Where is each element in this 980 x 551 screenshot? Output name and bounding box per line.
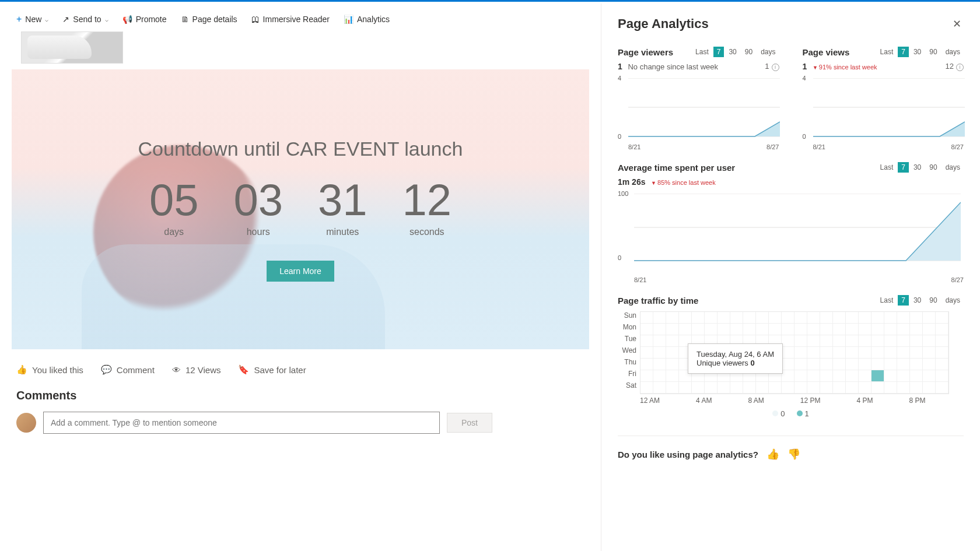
heatmap-cell[interactable] (653, 347, 666, 359)
heatmap-cell[interactable] (653, 335, 666, 347)
heatmap-cell[interactable] (923, 324, 936, 335)
heatmap-cell[interactable] (666, 324, 679, 335)
heatmap-cell[interactable] (833, 335, 846, 347)
heatmap-cell[interactable] (705, 324, 718, 335)
heatmap-cell[interactable] (782, 335, 794, 347)
heatmap-cell[interactable] (859, 370, 872, 382)
heatmap-cell[interactable] (782, 347, 794, 359)
heatmap-cell[interactable] (640, 370, 653, 382)
info-icon[interactable]: i (772, 64, 779, 71)
heatmap-cell[interactable] (640, 324, 653, 335)
heatmap-cell[interactable] (640, 359, 653, 370)
heatmap-cell[interactable] (897, 382, 910, 394)
heatmap-cell[interactable] (730, 382, 743, 394)
heatmap-cell[interactable] (884, 335, 897, 347)
heatmap-cell[interactable] (846, 370, 859, 382)
heatmap-cell[interactable] (923, 335, 936, 347)
range-90[interactable]: 90 (741, 47, 756, 57)
range-7[interactable]: 7 (898, 47, 909, 57)
heatmap-cell[interactable] (730, 324, 743, 335)
heatmap-cell[interactable] (756, 312, 769, 324)
heatmap-cell[interactable] (769, 312, 782, 324)
range-7[interactable]: 7 (898, 295, 909, 306)
heatmap-cell[interactable] (679, 324, 692, 335)
post-button[interactable]: Post (447, 413, 492, 433)
heatmap-cell[interactable] (884, 324, 897, 335)
heatmap-cell[interactable] (807, 335, 820, 347)
promote-button[interactable]: 📢 Promote (123, 15, 167, 24)
heatmap-cell[interactable] (692, 382, 705, 394)
thumbs-up-icon[interactable]: 👍 (766, 448, 779, 461)
heatmap-cell[interactable] (910, 324, 923, 335)
heatmap-cell[interactable] (794, 382, 807, 394)
heatmap-cell[interactable] (833, 359, 846, 370)
heatmap-cell[interactable] (846, 347, 859, 359)
heatmap-cell[interactable] (794, 324, 807, 335)
heatmap-cell[interactable] (846, 335, 859, 347)
heatmap-cell[interactable] (756, 324, 769, 335)
heatmap-cell[interactable] (923, 370, 936, 382)
heatmap-cell[interactable] (782, 370, 794, 382)
heatmap-cell[interactable] (910, 370, 923, 382)
heatmap-cell[interactable] (897, 335, 910, 347)
range-90[interactable]: 90 (926, 295, 940, 306)
heatmap-cell[interactable] (653, 382, 666, 394)
heatmap-cell[interactable] (859, 324, 872, 335)
heatmap-cell[interactable] (782, 312, 794, 324)
heatmap-cell[interactable] (794, 347, 807, 359)
heatmap-cell[interactable] (833, 382, 846, 394)
heatmap-cell[interactable] (769, 324, 782, 335)
heatmap-cell[interactable] (936, 324, 949, 335)
heatmap-cell[interactable] (794, 335, 807, 347)
range-30[interactable]: 30 (910, 47, 925, 57)
heatmap-cell[interactable] (910, 382, 923, 394)
save-button[interactable]: 🔖 Save for later (238, 364, 306, 375)
heatmap-cell[interactable] (923, 312, 936, 324)
heatmap-cell[interactable] (820, 370, 833, 382)
heatmap-cell[interactable] (666, 382, 679, 394)
range-30[interactable]: 30 (725, 47, 740, 57)
new-button[interactable]: + New ⌵ (16, 14, 48, 24)
heatmap-cell[interactable] (666, 335, 679, 347)
heatmap-cell[interactable] (833, 324, 846, 335)
range-7[interactable]: 7 (713, 47, 724, 57)
heatmap-cell[interactable] (640, 347, 653, 359)
heatmap-cell[interactable] (807, 370, 820, 382)
heatmap-cell[interactable] (884, 347, 897, 359)
heatmap-cell[interactable] (807, 312, 820, 324)
heatmap-cell[interactable] (653, 324, 666, 335)
range-90[interactable]: 90 (926, 162, 940, 173)
heatmap-cell[interactable] (872, 359, 884, 370)
heatmap-cell[interactable] (859, 312, 872, 324)
heatmap-cell[interactable] (923, 382, 936, 394)
heatmap-cell[interactable] (782, 359, 794, 370)
heatmap-cell[interactable] (897, 359, 910, 370)
heatmap-cell[interactable] (679, 382, 692, 394)
heatmap-cell[interactable] (846, 312, 859, 324)
heatmap-cell[interactable] (718, 312, 730, 324)
heatmap-grid[interactable] (640, 311, 949, 394)
heatmap-cell[interactable] (756, 382, 769, 394)
heatmap-cell[interactable] (705, 312, 718, 324)
heatmap-cell[interactable] (884, 359, 897, 370)
heatmap-cell[interactable] (743, 382, 756, 394)
heatmap-cell[interactable] (718, 324, 730, 335)
range-30[interactable]: 30 (910, 162, 925, 173)
heatmap-cell[interactable] (884, 370, 897, 382)
heatmap-cell[interactable] (872, 335, 884, 347)
heatmap-cell[interactable] (820, 347, 833, 359)
heatmap-cell[interactable] (794, 370, 807, 382)
heatmap-cell[interactable] (653, 370, 666, 382)
heatmap-cell[interactable] (692, 312, 705, 324)
range-7[interactable]: 7 (898, 162, 909, 173)
heatmap-cell[interactable] (872, 370, 884, 382)
heatmap-cell[interactable] (743, 312, 756, 324)
heatmap-cell[interactable] (640, 382, 653, 394)
heatmap-cell[interactable] (807, 382, 820, 394)
comment-button[interactable]: 💬 Comment (101, 364, 155, 375)
heatmap-cell[interactable] (910, 312, 923, 324)
heatmap-cell[interactable] (936, 347, 949, 359)
heatmap-cell[interactable] (859, 359, 872, 370)
heatmap-cell[interactable] (859, 347, 872, 359)
heatmap-cell[interactable] (666, 370, 679, 382)
